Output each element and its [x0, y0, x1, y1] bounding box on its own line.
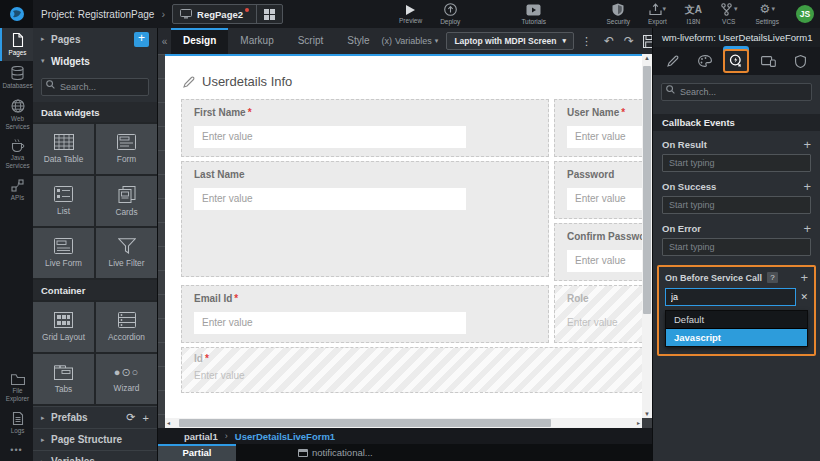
close-icon[interactable]: ✕ — [800, 292, 808, 302]
on-before-service-call-input[interactable] — [665, 288, 796, 306]
tab-partial[interactable]: Partial — [158, 444, 236, 461]
field-id-hidden[interactable]: Id* Enter value — [181, 347, 642, 393]
add-action-icon[interactable]: + — [803, 182, 811, 192]
horizontal-scroll-thumb[interactable] — [179, 419, 551, 427]
rail-item-databases[interactable]: Databases — [0, 61, 33, 94]
page-selector[interactable]: RegPage2 — [172, 4, 283, 24]
rail-item-pages[interactable]: Pages — [0, 28, 33, 61]
add-action-icon[interactable]: + — [803, 140, 811, 150]
widget-tile-live-form[interactable]: Live Form — [33, 228, 94, 278]
option-default[interactable]: Default — [666, 311, 807, 328]
on-success-input[interactable] — [662, 196, 811, 214]
refresh-prefabs-icon[interactable]: ⟳ — [126, 411, 135, 424]
vertical-scrollbar[interactable]: ▲ ▼ — [642, 54, 652, 418]
on-result-input[interactable] — [662, 154, 811, 172]
rail-item-logs[interactable]: Logs — [0, 407, 33, 439]
widget-tile-grid-layout[interactable]: Grid Layout — [33, 302, 94, 352]
field-input[interactable]: Enter value — [567, 126, 642, 148]
tab-devices[interactable] — [755, 49, 781, 73]
option-javascript[interactable]: Javascript — [666, 329, 807, 346]
rail-item-file-explorer[interactable]: File Explorer — [0, 369, 33, 407]
field-input[interactable]: Enter value — [567, 188, 642, 210]
wavemaker-logo[interactable] — [0, 0, 33, 28]
settings-button[interactable]: ⚙ ▾ Settings — [756, 3, 780, 25]
add-page-button[interactable]: + — [134, 32, 149, 47]
field-confirm-password[interactable]: Confirm Password Enter value — [554, 223, 642, 281]
coffee-icon — [11, 139, 25, 152]
variables-section-header[interactable]: ▸ Variables — [33, 450, 157, 461]
horizontal-scrollbar[interactable]: ◂ ▸ — [165, 418, 642, 428]
help-icon[interactable]: ? — [767, 272, 778, 283]
scroll-left-arrow[interactable]: ◂ — [167, 419, 170, 426]
widget-tile-data-table[interactable]: Data Table — [33, 124, 94, 174]
field-input[interactable]: Enter value — [194, 312, 466, 334]
prefabs-section-header[interactable]: ▸ Prefabs ⟳ + — [33, 406, 157, 428]
form-header[interactable]: Userdetails Info — [181, 66, 642, 99]
field-first-name[interactable]: First Name* Enter value — [181, 99, 549, 157]
field-input[interactable]: Enter value — [194, 126, 466, 148]
user-avatar[interactable]: JS — [796, 5, 814, 23]
widget-search-input[interactable] — [41, 78, 149, 96]
field-user-name[interactable]: User Name* Enter value — [554, 99, 642, 157]
breadcrumb-partial1[interactable]: partial1 — [184, 431, 218, 442]
redo-button[interactable]: ↷ — [624, 34, 634, 48]
tab-notificational[interactable]: notificational... — [298, 444, 373, 461]
undo-button[interactable]: ↶ — [604, 34, 614, 48]
tab-design[interactable]: Design — [171, 28, 228, 54]
widget-tile-form[interactable]: Form — [96, 124, 157, 174]
field-password[interactable]: Password Enter value — [554, 161, 642, 219]
more-options-button[interactable]: ⋮ — [581, 35, 592, 48]
page-grid-button[interactable] — [257, 5, 282, 23]
vcs-button[interactable]: ▾ VCS — [720, 3, 738, 25]
add-prefab-icon[interactable]: + — [143, 412, 149, 424]
field-input[interactable]: Enter value — [567, 312, 642, 334]
field-input[interactable]: Enter value — [194, 188, 466, 210]
vertical-scroll-thumb[interactable] — [643, 66, 651, 314]
caret-down-icon: ▾ — [562, 37, 566, 45]
export-button[interactable]: ▾ Export — [648, 3, 667, 25]
page-structure-section-header[interactable]: ▸ Page Structure — [33, 428, 157, 450]
on-error-input[interactable] — [662, 238, 811, 256]
deploy-button[interactable]: Deploy — [440, 3, 460, 25]
scroll-down-arrow[interactable]: ▼ — [642, 411, 652, 417]
field-role-hidden[interactable]: Role Enter value — [554, 285, 642, 343]
add-action-icon[interactable]: + — [803, 224, 811, 234]
properties-search-input[interactable] — [661, 83, 812, 101]
i18n-button[interactable]: 文A I18N — [685, 3, 702, 25]
security-button[interactable]: Security — [606, 3, 629, 25]
preview-button[interactable]: Preview — [399, 5, 422, 24]
variables-dropdown[interactable]: (x) Variables ▾ — [382, 36, 439, 46]
widget-tile-live-filter[interactable]: Live Filter — [96, 228, 157, 278]
design-canvas[interactable]: Userdetails Info First Name* Enter value… — [165, 54, 642, 418]
add-action-icon[interactable]: + — [800, 273, 808, 283]
tutorials-button[interactable]: Tutorials — [521, 4, 546, 25]
widget-tile-list[interactable]: List — [33, 176, 94, 226]
tab-markup[interactable]: Markup — [228, 28, 285, 54]
field-email-id[interactable]: Email Id* Enter value — [181, 285, 549, 343]
tab-properties[interactable] — [660, 49, 686, 73]
live-form[interactable]: First Name* Enter value User Name* Enter… — [181, 99, 642, 393]
rail-item-java-services[interactable]: Java Services — [0, 134, 33, 174]
tab-styles[interactable] — [692, 49, 718, 73]
tab-events[interactable] — [723, 49, 749, 73]
device-selector[interactable]: Laptop with MDPI Screen ▾ — [446, 32, 574, 50]
widgets-section-header[interactable]: ▾ Widgets — [33, 50, 157, 72]
rail-more-button[interactable]: ••• — [0, 439, 33, 461]
widget-tile-cards[interactable]: Cards — [96, 176, 157, 226]
field-last-name[interactable]: Last Name Enter value — [181, 161, 549, 277]
rail-item-apis[interactable]: APIs — [0, 174, 33, 206]
widget-tile-tabs[interactable]: Tabs — [33, 354, 94, 404]
collapse-left-button[interactable]: « — [158, 36, 171, 47]
pages-section-header[interactable]: ▸ Pages + — [33, 28, 157, 50]
field-input[interactable]: Enter value — [194, 368, 642, 384]
field-input[interactable]: Enter value — [567, 250, 642, 272]
rail-item-web-services[interactable]: Web Services — [0, 94, 33, 135]
tab-script[interactable]: Script — [286, 28, 336, 54]
scroll-right-arrow[interactable]: ▸ — [637, 419, 640, 426]
tab-style[interactable]: Style — [335, 28, 381, 54]
tab-security[interactable] — [787, 49, 813, 73]
widget-tile-wizard[interactable]: ●⊙○ Wizard — [96, 354, 157, 404]
scroll-up-arrow[interactable]: ▲ — [642, 55, 652, 61]
breadcrumb-liveform[interactable]: UserDetailsLiveForm1 — [235, 431, 335, 442]
widget-tile-accordion[interactable]: Accordion — [96, 302, 157, 352]
